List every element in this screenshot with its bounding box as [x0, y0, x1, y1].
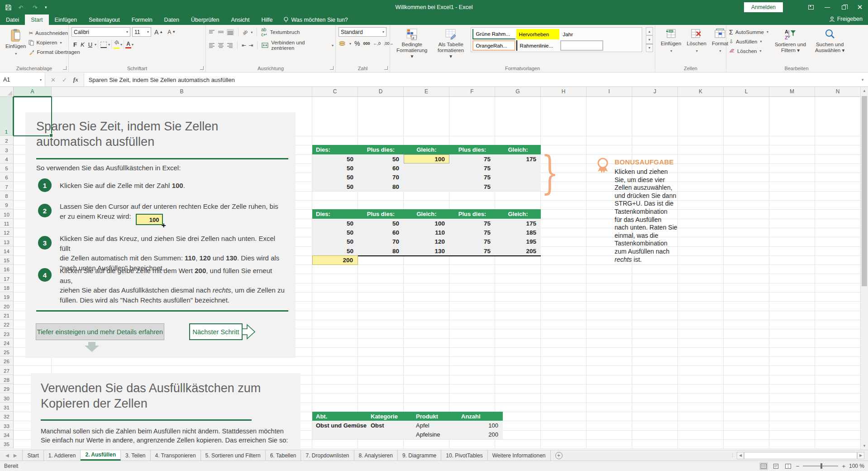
header-cell[interactable]: Dies: — [312, 209, 358, 219]
clipboard-dialog-launcher-icon[interactable] — [63, 66, 67, 70]
table-cell[interactable]: 75 — [449, 237, 495, 246]
merge-center-button[interactable]: Verbinden und zentrieren — [271, 40, 329, 51]
row-header-11[interactable]: 11 — [0, 219, 14, 228]
delete-cells-button[interactable]: Löschen▾ — [684, 27, 709, 55]
style-item-Rahmenlinie...[interactable]: Rahmenlinie... — [516, 40, 559, 51]
menu-tab-start[interactable]: Start — [25, 14, 48, 25]
orientation-icon[interactable]: ab — [242, 29, 249, 36]
gallery-down-icon[interactable]: ▼ — [646, 35, 653, 43]
table-cell[interactable] — [404, 173, 449, 182]
table-cell[interactable] — [367, 430, 412, 439]
table-cell[interactable]: 50 — [312, 228, 358, 237]
row-header-13[interactable]: 13 — [0, 237, 14, 246]
table-cell[interactable]: 50 — [312, 163, 358, 173]
column-header-M[interactable]: M — [769, 87, 815, 97]
conditional-formatting-button[interactable]: ≠ BedingteFormatierung ▾ — [393, 27, 431, 61]
header-cell[interactable]: Produkt — [412, 412, 458, 421]
more-details-button[interactable]: Tiefer einsteigen und mehr Details erfah… — [36, 323, 164, 340]
row-header-19[interactable]: 19 — [0, 292, 14, 301]
autosum-button[interactable]: ΣAutoSumme▾ — [729, 27, 768, 37]
alignment-dialog-launcher-icon[interactable] — [330, 66, 334, 70]
column-header-N[interactable]: N — [815, 87, 860, 97]
name-box[interactable]: A1▾ — [0, 73, 45, 87]
header-cell[interactable]: Gleich: — [495, 209, 541, 219]
row-header-33[interactable]: 33 — [0, 421, 14, 430]
redo-icon[interactable]: ↷ — [33, 4, 38, 11]
undo-icon[interactable]: ↶▾ — [19, 4, 26, 11]
table-cell[interactable]: 75 — [449, 163, 495, 173]
column-header-D[interactable]: D — [358, 87, 404, 97]
table-cell[interactable]: 80 — [358, 182, 404, 191]
table-cell[interactable]: 110 — [404, 228, 449, 237]
increase-decimal-icon[interactable]: ←,0 — [373, 41, 381, 46]
table-cell[interactable]: 50 — [312, 246, 358, 255]
table-cell[interactable]: 75 — [449, 182, 495, 191]
row-header-7[interactable]: 7 — [0, 182, 14, 191]
style-item-Unterer Rand[interactable]: Unterer Rand — [472, 52, 515, 52]
align-top-icon[interactable] — [209, 29, 215, 35]
scroll-up-icon[interactable]: ▲ — [861, 87, 868, 95]
sheet-tab-weitere-informationen[interactable]: Weitere Informationen — [488, 450, 551, 461]
table-cell[interactable]: 205 — [495, 246, 541, 255]
clear-button[interactable]: Löschen▾ — [729, 46, 768, 56]
row-header-34[interactable]: 34 — [0, 430, 14, 439]
table-cell[interactable]: 50 — [312, 154, 358, 163]
yellow-sum-cell[interactable]: 200 — [312, 255, 358, 265]
menu-tab-daten[interactable]: Daten — [158, 14, 185, 25]
align-bottom-icon[interactable] — [227, 29, 234, 35]
horizontal-scrollbar[interactable]: ⁞ ◀ ▶ — [732, 452, 864, 459]
table-cell[interactable]: 70 — [358, 237, 404, 246]
table-cell[interactable]: 195 — [495, 237, 541, 246]
normal-view-icon[interactable] — [759, 462, 768, 470]
table-cell[interactable]: 175 — [495, 154, 541, 163]
table-cell[interactable]: 60 — [358, 228, 404, 237]
table-cell[interactable]: 75 — [449, 228, 495, 237]
zoom-in-icon[interactable]: + — [842, 463, 845, 470]
table-cell[interactable]: 75 — [449, 154, 495, 163]
column-header-G[interactable]: G — [495, 87, 541, 97]
new-sheet-button[interactable]: + — [555, 452, 563, 459]
row-header-12[interactable]: 12 — [0, 228, 14, 237]
menu-tab-hilfe[interactable]: Hilfe — [256, 14, 279, 25]
header-cell[interactable]: Gleich: — [495, 145, 541, 154]
header-cell[interactable]: Plus dies: — [358, 209, 404, 219]
customize-qat-icon[interactable]: ▾ — [45, 5, 47, 10]
row-header-17[interactable]: 17 — [0, 274, 14, 283]
sheet-tab-8-analysieren[interactable]: 8. Analysieren — [354, 450, 398, 461]
splitter-dots[interactable]: ⁞ — [732, 453, 733, 458]
row-header-9[interactable]: 9 — [0, 200, 14, 209]
percent-icon[interactable]: % — [354, 40, 360, 47]
row-header-23[interactable]: 23 — [0, 329, 14, 338]
font-size-select[interactable]: 11▾ — [132, 27, 151, 37]
horizontal-scroll-thumb[interactable] — [744, 452, 857, 459]
restore-button[interactable] — [835, 0, 852, 14]
gallery-more-icon[interactable]: ▼ — [646, 44, 653, 52]
style-item-OrangeRah...[interactable]: OrangeRah... — [472, 40, 515, 51]
sign-in-button[interactable]: Anmelden — [744, 2, 783, 12]
row-header-32[interactable]: 32 — [0, 412, 14, 421]
row-header-25[interactable]: 25 — [0, 347, 14, 356]
comma-style-icon[interactable]: 000 — [363, 41, 370, 46]
table-cell[interactable] — [312, 430, 367, 439]
row-header-14[interactable]: 14 — [0, 246, 14, 255]
row-header-6[interactable]: 6 — [0, 173, 14, 182]
menu-tab-seitenlayout[interactable]: Seitenlayout — [83, 14, 126, 25]
header-cell[interactable]: Dies: — [312, 145, 358, 154]
zoom-out-icon[interactable]: − — [796, 463, 800, 470]
sheet-tab-3-teilen[interactable]: 3. Teilen — [121, 450, 150, 461]
sheet-tab-9-diagramme[interactable]: 9. Diagramme — [398, 450, 441, 461]
row-header-10[interactable]: 10 — [0, 209, 14, 218]
table-cell[interactable]: 75 — [449, 219, 495, 228]
style-item-Hervorheben[interactable]: Hervorheben — [516, 29, 559, 39]
underline-button[interactable]: U — [86, 41, 94, 48]
row-header-18[interactable]: 18 — [0, 283, 14, 292]
zoom-level[interactable]: 100 % — [849, 463, 864, 469]
table-cell[interactable]: 50 — [312, 219, 358, 228]
zoom-thumb[interactable] — [820, 463, 822, 469]
table-cell[interactable] — [495, 163, 541, 173]
column-header-A[interactable]: A — [14, 87, 52, 97]
minimize-button[interactable]: — — [819, 0, 835, 14]
table-cell[interactable]: 50 — [312, 173, 358, 182]
row-header-28[interactable]: 28 — [0, 375, 14, 384]
menu-tab-datei[interactable]: Datei — [0, 14, 25, 25]
